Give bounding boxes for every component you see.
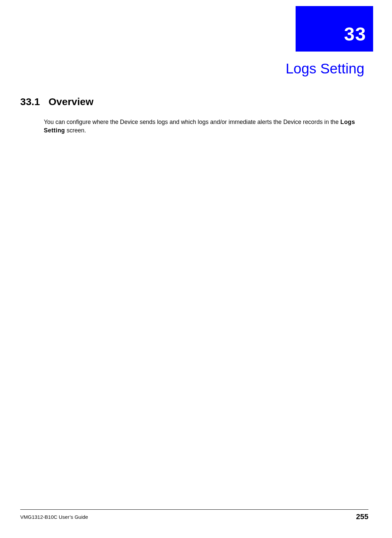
document-page: 33 Logs Setting 33.1 Overview You can co… bbox=[0, 0, 392, 538]
footer-page-number: 255 bbox=[356, 512, 368, 521]
chapter-title: Logs Setting bbox=[0, 61, 364, 77]
section-number: 33.1 bbox=[20, 96, 40, 107]
footer-guide-name: VMG1312-B10C User’s Guide bbox=[20, 514, 88, 520]
section-heading: Overview bbox=[49, 96, 93, 107]
body-text-before: You can configure where the Device sends… bbox=[44, 119, 340, 125]
body-text-area: You can configure where the Device sends… bbox=[44, 118, 364, 134]
chapter-tab: 33 bbox=[296, 6, 373, 52]
chapter-title-area: Logs Setting bbox=[0, 61, 364, 77]
chapter-number: 33 bbox=[344, 23, 366, 45]
body-text-after: screen. bbox=[67, 127, 86, 134]
section-heading-area: 33.1 Overview bbox=[20, 96, 93, 107]
page-footer: VMG1312-B10C User’s Guide 255 bbox=[20, 509, 368, 521]
